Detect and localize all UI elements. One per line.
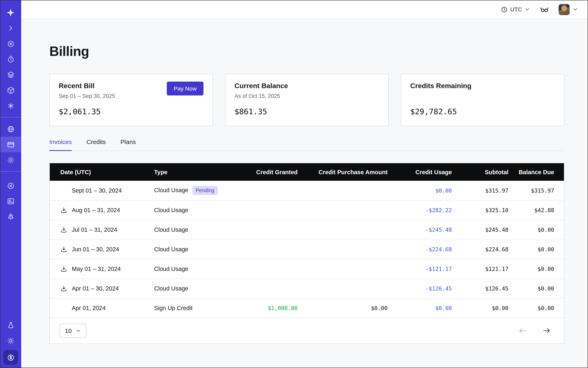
account-menu[interactable] [559, 4, 578, 15]
summary-cards: Recent Bill Pay Now Sep 01 – Sep 30, 202… [49, 74, 564, 126]
credit-purchase-value: $0.00 [302, 298, 392, 318]
glasses-icon[interactable] [540, 5, 549, 14]
invoice-type: Cloud Usage [154, 285, 188, 292]
subtotal-value: $315.97 [456, 181, 512, 200]
subtotal-value: $0.00 [456, 298, 512, 318]
col-subtotal: Subtotal [456, 163, 512, 181]
invoice-date: Apr 01 – 30, 2024 [72, 285, 119, 292]
timezone-label: UTC [510, 6, 522, 13]
avatar [559, 4, 570, 15]
balance-due-value: $0.00 [513, 279, 564, 298]
gear-icon[interactable] [0, 152, 21, 168]
col-date: Date (UTC) [50, 163, 150, 181]
subtotal-value: $224.68 [456, 239, 512, 259]
col-type: Type [150, 163, 235, 181]
table-header-row: Date (UTC) Type Credit Granted Credit Pu… [50, 163, 564, 181]
table-row: Apr 01 – 30, 2024 Cloud Usage -$126.45 $… [50, 279, 564, 298]
download-invoice-button download-icon[interactable] [60, 285, 72, 292]
table-row: Jun 01 – 30, 2024 Cloud Usage -$224.68 $… [50, 239, 564, 259]
invoice-type: Sign Up Credit [154, 305, 193, 311]
invoice-type: Cloud Usage [154, 266, 188, 272]
subtotal-value: $245.48 [456, 220, 512, 239]
image-frame-icon[interactable] [0, 193, 21, 209]
chevron-down-icon [572, 7, 578, 12]
recent-bill-amount: $2,061.35 [59, 107, 203, 116]
download-invoice-button download-icon[interactable] [60, 226, 72, 233]
globe-icon[interactable] [0, 121, 21, 137]
invoice-type: Cloud Usage [154, 207, 188, 213]
app-window: UTC Billing Recent Bill Pay [0, 0, 588, 368]
stopwatch-icon[interactable] [0, 51, 21, 67]
timezone-selector[interactable]: UTC [501, 6, 530, 13]
sidebar [0, 0, 21, 368]
credit-usage-value: -$121.17 [392, 259, 456, 279]
flask-icon[interactable] [0, 317, 21, 333]
card-current-balance: Current Balance As of Oct 15, 2025 $861.… [225, 74, 389, 126]
expand-sidebar-chevron-icon[interactable] [0, 20, 21, 36]
layers-icon[interactable] [0, 67, 21, 83]
balance-due-value: $42.88 [513, 200, 564, 220]
sidebar-item-billing credit-card-icon[interactable] [0, 137, 21, 152]
credits-remaining-amount: $29,782.65 [410, 107, 555, 116]
page-size-select[interactable]: 10 [60, 323, 86, 338]
sidebar-group-bottom [0, 317, 21, 365]
col-credit-usage: Credit Usage [392, 163, 456, 181]
table-row: Jul 01 – 31, 2024 Cloud Usage -$245.48 $… [50, 220, 564, 239]
download-invoice-button download-icon[interactable] [60, 207, 72, 214]
card-subtitle: As of Oct 15, 2025 [235, 93, 379, 100]
chevron-down-icon [75, 328, 81, 333]
credit-usage-value: $0.00 [392, 298, 456, 318]
sidebar-divider [0, 171, 21, 172]
subtotal-value: $121.17 [456, 259, 512, 279]
credit-usage-value: -$245.48 [392, 220, 456, 239]
balance-due-value: $0.00 [513, 298, 564, 318]
invoice-date: Apr 01, 2024 [72, 305, 106, 311]
tab-invoices[interactable]: Invoices [49, 138, 72, 151]
download-invoice-button download-icon[interactable] [60, 265, 72, 272]
main-content: Billing Recent Bill Pay Now Sep 01 – Sep… [21, 19, 588, 368]
card-credits-remaining: Credits Remaining $29,782.65 [401, 74, 564, 126]
invoice-date: Jul 01 – 31, 2024 [72, 226, 117, 233]
balance-due-value: $0.00 [513, 239, 564, 259]
credit-usage-value: -$224.68 [392, 239, 456, 259]
sun-icon[interactable] [0, 333, 21, 349]
invoice-type: Cloud Usage [154, 226, 188, 233]
invoice-date: Jun 01 – 30, 2024 [72, 246, 119, 253]
current-balance-amount: $861.35 [235, 107, 379, 116]
sidebar-group-main [0, 20, 21, 113]
prev-page-button arrow-left-icon[interactable] [518, 326, 527, 335]
invoice-date: Aug 01 – 31, 2024 [72, 207, 120, 213]
table-row: Apr 01, 2024 Sign Up Credit $1,000.00 $0… [50, 298, 564, 318]
circle-x-icon[interactable] [0, 178, 21, 193]
col-balance-due: Balance Due [513, 163, 564, 181]
cube-icon[interactable] [0, 83, 21, 98]
clock-icon [501, 6, 508, 13]
tab-credits[interactable]: Credits [86, 138, 106, 151]
chevron-down-icon [525, 7, 530, 12]
download-invoice-button download-icon[interactable] [60, 246, 72, 253]
table-row: May 01 – 31, 2024 Cloud Usage -$121.17 $… [50, 259, 564, 279]
card-title: Current Balance [235, 82, 379, 90]
pay-now-button[interactable]: Pay Now [167, 82, 203, 95]
invoice-type: Cloud Usage [154, 246, 188, 253]
credit-usage-value: $0.00 [392, 181, 456, 200]
tab-plans[interactable]: Plans [120, 138, 136, 151]
card-subtitle [410, 93, 555, 100]
sidebar-divider [0, 117, 21, 118]
rocket-icon[interactable] [0, 209, 21, 224]
asterisk-icon[interactable] [0, 98, 21, 113]
col-credit-granted: Credit Granted [235, 163, 302, 181]
credit-usage-value: -$126.45 [392, 279, 456, 298]
target-icon[interactable] [0, 36, 21, 51]
invoice-date: May 01 – 31, 2024 [72, 266, 121, 272]
next-page-button arrow-right-icon[interactable] [542, 326, 551, 335]
topbar: UTC [21, 0, 588, 19]
invoice-type: Cloud Usage [154, 187, 188, 193]
dollar-circle-icon[interactable] [3, 350, 18, 365]
invoice-date: Sept 01 – 30, 2024 [72, 187, 122, 194]
invoices-table: Date (UTC) Type Credit Granted Credit Pu… [49, 163, 564, 344]
col-credit-purchase-amount: Credit Purchase Amount [302, 163, 392, 181]
card-title: Credits Remaining [410, 82, 555, 90]
logo-icon[interactable] [0, 5, 21, 20]
page-size-value: 10 [65, 327, 72, 334]
